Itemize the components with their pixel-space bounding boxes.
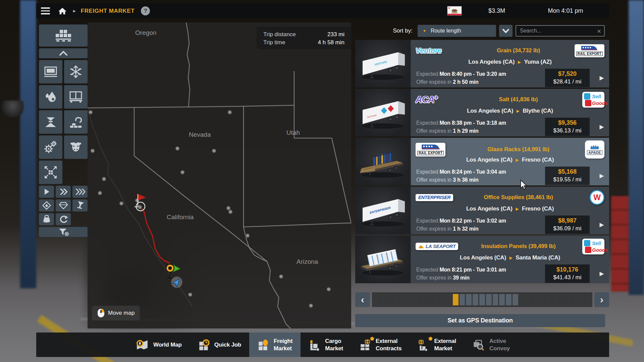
- city-dot[interactable]: [188, 293, 192, 297]
- city-dot[interactable]: [180, 170, 184, 174]
- job-card[interactable]: Sell Goods ACA✈ Salt (41,836 lb) Sell Go…: [355, 89, 609, 136]
- page-tick[interactable]: [566, 294, 572, 305]
- fragile-glass-icon[interactable]: [72, 199, 88, 212]
- page-tick[interactable]: [413, 294, 419, 305]
- world-map-panel[interactable]: OregonNevadaUtahCaliforniaArizona Trip d…: [88, 22, 351, 328]
- city-dot[interactable]: [212, 149, 216, 153]
- page-tick[interactable]: [546, 294, 551, 305]
- city-dot[interactable]: [228, 210, 232, 214]
- page-tick[interactable]: [406, 294, 412, 305]
- page-tick[interactable]: [533, 294, 538, 305]
- city-dot[interactable]: [98, 191, 102, 195]
- page-tick[interactable]: [386, 294, 392, 305]
- search-clear-icon[interactable]: ×: [597, 27, 601, 35]
- job-detail-arrow[interactable]: ▶: [594, 221, 609, 228]
- job-card[interactable]: VENTURE Venture Grain (34,732 lb) RAIL E…: [355, 40, 609, 87]
- page-tick[interactable]: [426, 294, 432, 305]
- collapse-chevron-up-icon[interactable]: [39, 48, 88, 58]
- return-job-icon[interactable]: [56, 213, 71, 225]
- machinery-gears-icon[interactable]: [39, 135, 62, 159]
- oversized-expand-icon[interactable]: [39, 161, 62, 184]
- job-detail-arrow[interactable]: ▶: [594, 74, 609, 81]
- page-tick[interactable]: [539, 294, 545, 305]
- set-gps-destination-button[interactable]: Set as GPS Destination: [355, 314, 605, 327]
- page-tick[interactable]: [420, 294, 425, 305]
- page-tick[interactable]: [380, 294, 385, 305]
- page-tick-current[interactable]: [453, 294, 459, 305]
- page-tick[interactable]: [466, 294, 472, 305]
- city-dot[interactable]: [138, 205, 142, 209]
- double-trailer-icon[interactable]: [56, 186, 71, 198]
- tab-world-map[interactable]: World Map: [127, 333, 190, 357]
- page-tick[interactable]: [393, 294, 398, 305]
- page-tick[interactable]: [572, 294, 578, 305]
- liquid-drop-icon[interactable]: [39, 85, 62, 109]
- page-tick[interactable]: [460, 294, 465, 305]
- next-page-button[interactable]: ›: [594, 292, 609, 307]
- city-dot[interactable]: [226, 206, 230, 210]
- page-tick[interactable]: [506, 294, 512, 305]
- page-tick[interactable]: [513, 294, 518, 305]
- page-tick[interactable]: [433, 294, 438, 305]
- move-map-hint[interactable]: Move map: [92, 306, 140, 320]
- tab-external-market[interactable]: External Market: [410, 333, 464, 357]
- page-tick[interactable]: [519, 294, 525, 305]
- page-tick[interactable]: [439, 294, 445, 305]
- search-input[interactable]: [519, 27, 597, 34]
- page-tick[interactable]: [526, 294, 532, 305]
- prev-page-button[interactable]: ‹: [355, 292, 370, 307]
- valuable-gem-icon[interactable]: [56, 199, 71, 212]
- warehouse-beam: [629, 0, 644, 295]
- page-tick[interactable]: [559, 294, 565, 305]
- livestock-cow-icon[interactable]: [64, 135, 88, 159]
- job-detail-arrow[interactable]: ▶: [594, 270, 609, 277]
- menu-icon[interactable]: [41, 6, 53, 16]
- page-tick[interactable]: [473, 294, 478, 305]
- job-detail-arrow[interactable]: ▶: [594, 123, 609, 130]
- page-tick[interactable]: [586, 294, 591, 305]
- job-card[interactable]: ENTERPRISER ENTERPRISER Office Supplies …: [355, 187, 609, 234]
- city-dot[interactable]: [175, 146, 179, 150]
- city-dot[interactable]: [246, 234, 250, 238]
- search-box[interactable]: ×: [516, 25, 605, 37]
- hazardous-adr-icon[interactable]: [39, 199, 54, 212]
- page-tick[interactable]: [499, 294, 505, 305]
- city-dot[interactable]: [91, 149, 95, 153]
- city-dot[interactable]: [309, 304, 313, 308]
- page-tick[interactable]: [399, 294, 405, 305]
- job-card[interactable]: LA SEAPORT Insulation Panels (39,499 lb)…: [355, 236, 609, 283]
- city-dot[interactable]: [119, 201, 123, 205]
- job-card-highlighted[interactable]: RAIL EXPORT Glass Racks (14,991 lb) APAD…: [355, 138, 609, 185]
- help-icon[interactable]: ?: [141, 6, 150, 15]
- page-tick[interactable]: [493, 294, 498, 305]
- container-furniture-icon[interactable]: [64, 85, 88, 109]
- page-tick[interactable]: [373, 294, 379, 305]
- sort-expand-button[interactable]: [499, 25, 513, 37]
- tab-external-contracts[interactable]: External Contracts: [351, 333, 410, 357]
- city-dot[interactable]: [228, 110, 232, 114]
- city-dot[interactable]: [102, 177, 106, 181]
- curtain-trailer-icon[interactable]: [39, 60, 62, 83]
- construction-crane-icon[interactable]: [64, 110, 88, 134]
- page-tick[interactable]: [579, 294, 585, 305]
- tab-freight-market[interactable]: Freight Market: [249, 333, 301, 357]
- page-tick[interactable]: [479, 294, 485, 305]
- city-dot[interactable]: [279, 275, 283, 279]
- tab-cargo-market[interactable]: Cargo Market: [301, 333, 351, 357]
- single-trailer-icon[interactable]: [39, 186, 54, 198]
- sort-dropdown[interactable]: ▼ Route length: [418, 25, 496, 37]
- page-tick[interactable]: [486, 294, 492, 305]
- cargo-type-pallet-icon[interactable]: [39, 24, 88, 47]
- clear-filter-icon[interactable]: [39, 227, 88, 237]
- refrigerated-snowflake-icon[interactable]: [64, 60, 88, 83]
- job-detail-arrow[interactable]: ▶: [594, 172, 609, 179]
- heavy-weight-icon[interactable]: [39, 213, 54, 225]
- home-icon[interactable]: [58, 7, 67, 15]
- city-dot[interactable]: [327, 287, 331, 291]
- page-tick[interactable]: [552, 294, 558, 305]
- bulk-cargo-icon[interactable]: [39, 110, 62, 134]
- triple-trailer-icon[interactable]: [72, 186, 88, 198]
- page-tick[interactable]: [446, 294, 452, 305]
- tab-quick-job[interactable]: Quick Job: [190, 333, 249, 357]
- city-dot[interactable]: [89, 110, 93, 114]
